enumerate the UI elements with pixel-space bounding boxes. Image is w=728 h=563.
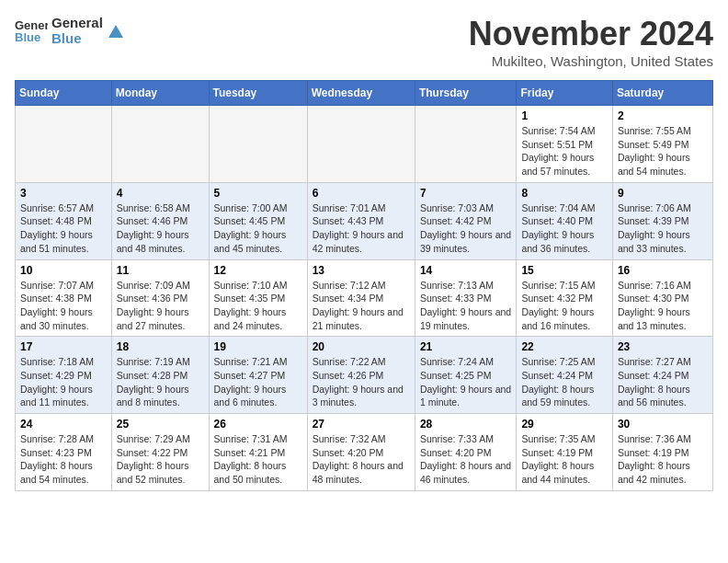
calendar-header-row: SundayMondayTuesdayWednesdayThursdayFrid… bbox=[16, 81, 713, 106]
day-info: Sunrise: 7:18 AM Sunset: 4:29 PM Dayligh… bbox=[20, 355, 107, 409]
calendar-cell: 24Sunrise: 7:28 AM Sunset: 4:23 PM Dayli… bbox=[16, 414, 112, 491]
calendar-cell: 21Sunrise: 7:24 AM Sunset: 4:25 PM Dayli… bbox=[415, 337, 517, 414]
header-thursday: Thursday bbox=[415, 81, 517, 106]
logo-triangle-icon bbox=[107, 21, 125, 40]
day-info: Sunrise: 6:57 AM Sunset: 4:48 PM Dayligh… bbox=[20, 201, 107, 256]
day-number: 20 bbox=[313, 340, 410, 353]
svg-text:Blue: Blue bbox=[15, 30, 40, 43]
calendar-cell: 5Sunrise: 7:00 AM Sunset: 4:45 PM Daylig… bbox=[209, 182, 307, 259]
calendar-cell bbox=[307, 106, 415, 183]
day-number: 19 bbox=[214, 340, 302, 353]
calendar-cell: 25Sunrise: 7:29 AM Sunset: 4:22 PM Dayli… bbox=[111, 414, 209, 491]
calendar-cell: 9Sunrise: 7:06 AM Sunset: 4:39 PM Daylig… bbox=[612, 182, 712, 259]
day-number: 1 bbox=[521, 109, 607, 122]
day-info: Sunrise: 7:27 AM Sunset: 4:24 PM Dayligh… bbox=[618, 355, 708, 409]
day-info: Sunrise: 7:09 AM Sunset: 4:36 PM Dayligh… bbox=[117, 279, 204, 333]
calendar-week-row: 1Sunrise: 7:54 AM Sunset: 5:51 PM Daylig… bbox=[16, 106, 713, 183]
header-wednesday: Wednesday bbox=[307, 81, 415, 106]
header-friday: Friday bbox=[517, 81, 612, 106]
calendar-cell: 17Sunrise: 7:18 AM Sunset: 4:29 PM Dayli… bbox=[16, 337, 112, 414]
day-number: 12 bbox=[214, 264, 302, 277]
day-info: Sunrise: 7:36 AM Sunset: 4:19 PM Dayligh… bbox=[618, 432, 708, 487]
day-info: Sunrise: 7:54 AM Sunset: 5:51 PM Dayligh… bbox=[521, 124, 607, 178]
month-title: November 2024 bbox=[469, 15, 713, 53]
calendar-cell: 28Sunrise: 7:33 AM Sunset: 4:20 PM Dayli… bbox=[415, 414, 517, 491]
day-number: 7 bbox=[420, 187, 512, 200]
calendar-cell: 6Sunrise: 7:01 AM Sunset: 4:43 PM Daylig… bbox=[307, 182, 415, 259]
calendar-cell: 10Sunrise: 7:07 AM Sunset: 4:38 PM Dayli… bbox=[16, 259, 112, 337]
day-number: 25 bbox=[117, 418, 204, 431]
day-number: 27 bbox=[313, 418, 410, 431]
calendar-cell bbox=[415, 106, 517, 183]
calendar-cell bbox=[111, 106, 209, 183]
day-number: 10 bbox=[20, 264, 107, 277]
day-number: 14 bbox=[420, 264, 512, 277]
day-number: 26 bbox=[214, 418, 302, 431]
day-info: Sunrise: 7:31 AM Sunset: 4:21 PM Dayligh… bbox=[214, 432, 302, 487]
calendar-cell: 14Sunrise: 7:13 AM Sunset: 4:33 PM Dayli… bbox=[415, 259, 517, 337]
day-number: 28 bbox=[420, 418, 512, 431]
day-number: 5 bbox=[214, 187, 302, 200]
day-number: 6 bbox=[313, 187, 410, 200]
day-info: Sunrise: 7:01 AM Sunset: 4:43 PM Dayligh… bbox=[313, 201, 410, 256]
calendar-cell: 2Sunrise: 7:55 AM Sunset: 5:49 PM Daylig… bbox=[612, 106, 712, 183]
calendar-cell: 23Sunrise: 7:27 AM Sunset: 4:24 PM Dayli… bbox=[612, 337, 712, 414]
calendar-cell: 15Sunrise: 7:15 AM Sunset: 4:32 PM Dayli… bbox=[517, 259, 612, 337]
day-number: 22 bbox=[521, 340, 607, 353]
day-number: 13 bbox=[313, 264, 410, 277]
day-info: Sunrise: 7:33 AM Sunset: 4:20 PM Dayligh… bbox=[420, 432, 512, 487]
day-info: Sunrise: 7:28 AM Sunset: 4:23 PM Dayligh… bbox=[20, 432, 107, 487]
logo: General Blue General Blue bbox=[15, 15, 125, 47]
calendar-cell: 4Sunrise: 6:58 AM Sunset: 4:46 PM Daylig… bbox=[111, 182, 209, 259]
calendar-week-row: 10Sunrise: 7:07 AM Sunset: 4:38 PM Dayli… bbox=[16, 259, 713, 337]
logo-icon: General Blue bbox=[15, 17, 48, 43]
header-sunday: Sunday bbox=[16, 81, 112, 106]
header-saturday: Saturday bbox=[612, 81, 712, 106]
day-info: Sunrise: 7:07 AM Sunset: 4:38 PM Dayligh… bbox=[20, 279, 107, 333]
day-info: Sunrise: 7:19 AM Sunset: 4:28 PM Dayligh… bbox=[117, 355, 204, 409]
calendar-week-row: 24Sunrise: 7:28 AM Sunset: 4:23 PM Dayli… bbox=[16, 414, 713, 491]
calendar-cell: 1Sunrise: 7:54 AM Sunset: 5:51 PM Daylig… bbox=[517, 106, 612, 183]
calendar-cell: 8Sunrise: 7:04 AM Sunset: 4:40 PM Daylig… bbox=[517, 182, 612, 259]
calendar-cell: 27Sunrise: 7:32 AM Sunset: 4:20 PM Dayli… bbox=[307, 414, 415, 491]
logo-blue: Blue bbox=[51, 30, 103, 46]
day-info: Sunrise: 6:58 AM Sunset: 4:46 PM Dayligh… bbox=[117, 201, 204, 256]
title-block: November 2024 Mukilteo, Washington, Unit… bbox=[469, 15, 713, 69]
location-subtitle: Mukilteo, Washington, United States bbox=[469, 53, 713, 69]
calendar-cell: 22Sunrise: 7:25 AM Sunset: 4:24 PM Dayli… bbox=[517, 337, 612, 414]
calendar-week-row: 17Sunrise: 7:18 AM Sunset: 4:29 PM Dayli… bbox=[16, 337, 713, 414]
day-number: 30 bbox=[618, 418, 708, 431]
day-number: 16 bbox=[618, 264, 708, 277]
day-number: 24 bbox=[20, 418, 107, 431]
day-number: 3 bbox=[20, 187, 107, 200]
day-number: 11 bbox=[117, 264, 204, 277]
day-info: Sunrise: 7:25 AM Sunset: 4:24 PM Dayligh… bbox=[521, 355, 607, 409]
calendar-cell: 18Sunrise: 7:19 AM Sunset: 4:28 PM Dayli… bbox=[111, 337, 209, 414]
calendar-cell: 20Sunrise: 7:22 AM Sunset: 4:26 PM Dayli… bbox=[307, 337, 415, 414]
day-number: 2 bbox=[618, 109, 708, 122]
calendar-cell: 11Sunrise: 7:09 AM Sunset: 4:36 PM Dayli… bbox=[111, 259, 209, 337]
calendar-cell: 13Sunrise: 7:12 AM Sunset: 4:34 PM Dayli… bbox=[307, 259, 415, 337]
day-info: Sunrise: 7:12 AM Sunset: 4:34 PM Dayligh… bbox=[313, 279, 410, 333]
day-number: 29 bbox=[521, 418, 607, 431]
day-number: 18 bbox=[117, 340, 204, 353]
day-info: Sunrise: 7:06 AM Sunset: 4:39 PM Dayligh… bbox=[618, 201, 708, 256]
page-header: General Blue General Blue November 2024 … bbox=[15, 15, 713, 69]
day-info: Sunrise: 7:32 AM Sunset: 4:20 PM Dayligh… bbox=[313, 432, 410, 487]
day-info: Sunrise: 7:55 AM Sunset: 5:49 PM Dayligh… bbox=[618, 124, 708, 178]
calendar-cell: 30Sunrise: 7:36 AM Sunset: 4:19 PM Dayli… bbox=[612, 414, 712, 491]
calendar-cell: 26Sunrise: 7:31 AM Sunset: 4:21 PM Dayli… bbox=[209, 414, 307, 491]
calendar-cell: 19Sunrise: 7:21 AM Sunset: 4:27 PM Dayli… bbox=[209, 337, 307, 414]
calendar-cell: 7Sunrise: 7:03 AM Sunset: 4:42 PM Daylig… bbox=[415, 182, 517, 259]
calendar-cell: 3Sunrise: 6:57 AM Sunset: 4:48 PM Daylig… bbox=[16, 182, 112, 259]
calendar-cell: 29Sunrise: 7:35 AM Sunset: 4:19 PM Dayli… bbox=[517, 414, 612, 491]
calendar-cell: 12Sunrise: 7:10 AM Sunset: 4:35 PM Dayli… bbox=[209, 259, 307, 337]
logo-general: General bbox=[51, 15, 103, 30]
day-info: Sunrise: 7:22 AM Sunset: 4:26 PM Dayligh… bbox=[313, 355, 410, 409]
day-info: Sunrise: 7:13 AM Sunset: 4:33 PM Dayligh… bbox=[420, 279, 512, 333]
day-info: Sunrise: 7:21 AM Sunset: 4:27 PM Dayligh… bbox=[214, 355, 302, 409]
header-tuesday: Tuesday bbox=[209, 81, 307, 106]
calendar-cell bbox=[209, 106, 307, 183]
day-info: Sunrise: 7:24 AM Sunset: 4:25 PM Dayligh… bbox=[420, 355, 512, 409]
calendar-week-row: 3Sunrise: 6:57 AM Sunset: 4:48 PM Daylig… bbox=[16, 182, 713, 259]
